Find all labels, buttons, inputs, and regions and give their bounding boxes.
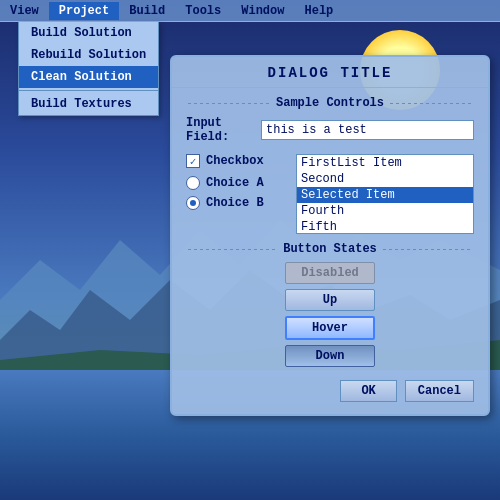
list-box[interactable]: FirstList Item Second Selected Item Four… [296, 154, 474, 234]
radio-a-icon[interactable] [186, 176, 200, 190]
input-field[interactable] [261, 120, 474, 140]
choice-a-label: Choice A [206, 176, 264, 190]
menu-build-solution[interactable]: Build Solution [19, 22, 158, 44]
button-down[interactable]: Down [285, 345, 375, 367]
dialog-content: Input Field: ✓ Checkbox Choice A Cho [172, 116, 488, 234]
input-field-row: Input Field: [186, 116, 474, 144]
ok-button[interactable]: OK [340, 380, 396, 402]
list-item-2[interactable]: Selected Item [297, 187, 473, 203]
button-up[interactable]: Up [285, 289, 375, 311]
checkbox-row: ✓ Checkbox [186, 154, 296, 168]
menu-clean-solution[interactable]: Clean Solution [19, 66, 158, 88]
project-dropdown-menu: Build Solution Rebuild Solution Clean So… [18, 22, 159, 116]
cancel-button[interactable]: Cancel [405, 380, 474, 402]
menubar: View Project Build Tools Window Help [0, 0, 500, 22]
choice-b-label: Choice B [206, 196, 264, 210]
menu-item-project[interactable]: Project [49, 2, 119, 20]
menu-item-build[interactable]: Build [119, 2, 175, 20]
dropdown-divider [19, 90, 158, 91]
choice-b-row: Choice B [186, 196, 296, 210]
list-item-4[interactable]: Fifth [297, 219, 473, 234]
list-item-0[interactable]: FirstList Item [297, 155, 473, 171]
list-item-3[interactable]: Fourth [297, 203, 473, 219]
menu-build-textures[interactable]: Build Textures [19, 93, 158, 115]
input-field-label: Input Field: [186, 116, 261, 144]
checkbox[interactable]: ✓ [186, 154, 200, 168]
choice-a-row: Choice A [186, 176, 296, 190]
button-hover[interactable]: Hover [285, 316, 375, 340]
menu-rebuild-solution[interactable]: Rebuild Solution [19, 44, 158, 66]
checkbox-label: Checkbox [206, 154, 264, 168]
sample-controls-header: Sample Controls [182, 96, 478, 110]
list-item-1[interactable]: Second [297, 171, 473, 187]
menu-item-window[interactable]: Window [231, 2, 294, 20]
radio-b-icon[interactable] [186, 196, 200, 210]
button-disabled: Disabled [285, 262, 375, 284]
left-controls: ✓ Checkbox Choice A Choice B [186, 154, 296, 234]
dialog-footer: OK Cancel [172, 372, 488, 402]
button-states-content: Disabled Up Hover Down [172, 262, 488, 367]
menu-item-tools[interactable]: Tools [175, 2, 231, 20]
dialog-title: DIALOG TITLE [172, 57, 488, 88]
dialog: DIALOG TITLE Sample Controls Input Field… [170, 55, 490, 416]
controls-row: ✓ Checkbox Choice A Choice B FirstList I… [186, 154, 474, 234]
menu-item-view[interactable]: View [0, 2, 49, 20]
menu-item-help[interactable]: Help [294, 2, 343, 20]
button-states-header: Button States [182, 242, 478, 256]
